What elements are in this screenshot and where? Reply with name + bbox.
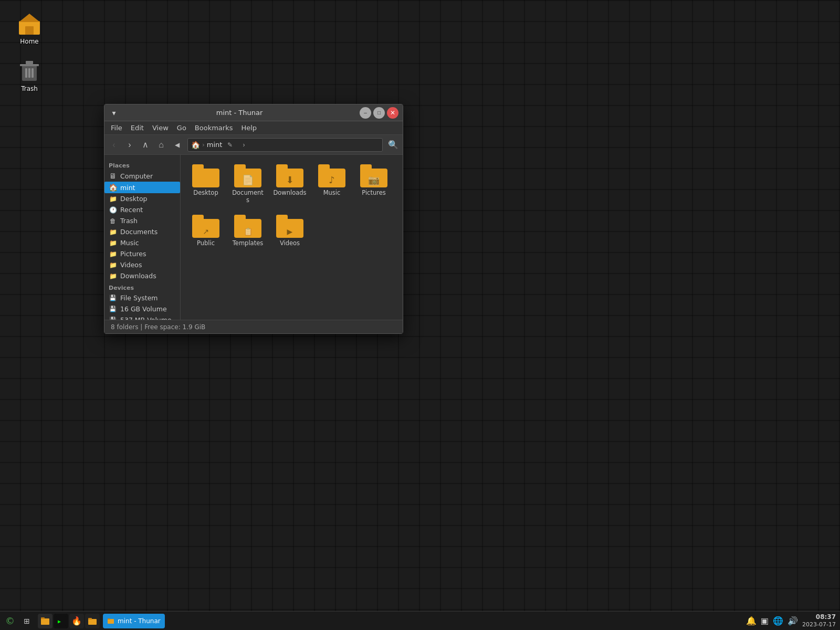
computer-icon: 🖥 — [109, 172, 117, 180]
sidebar-item-recent[interactable]: 🕐 Recent — [104, 204, 180, 215]
folder-templates[interactable]: 📋 Templates — [229, 212, 267, 250]
main-content: Places 🖥 Computer 🏠 mint 📁 Desktop 🕐 Rec… — [104, 155, 403, 320]
sidebar-filesystem-label: File System — [120, 294, 158, 302]
show-desktop-btn[interactable]: ⊞ — [19, 613, 35, 629]
notification-icon[interactable]: 🔔 — [746, 616, 757, 626]
menu-view[interactable]: View — [148, 123, 173, 133]
forward-button[interactable]: › — [122, 138, 137, 152]
folder-public[interactable]: ↗ Public — [187, 212, 225, 250]
home-icon-label: Home — [20, 38, 38, 45]
taskbar-left: © ⊞ ▶ 🔥 — [0, 613, 167, 629]
window-menu-btn[interactable]: ▾ — [109, 108, 119, 118]
recent-icon: 🕐 — [109, 206, 117, 214]
sidebar-item-downloads[interactable]: 📁 Downloads — [104, 270, 180, 281]
downloads-folder-icon-img: ⬇ — [276, 164, 303, 187]
trash-icon-label: Trash — [21, 85, 38, 92]
path-bar: 🏠 › mint ✎ › — [187, 138, 383, 152]
thunar-window: ▾ mint - Thunar – □ ✕ File Edit View Go … — [104, 104, 403, 334]
music-folder-label: Music — [323, 190, 341, 197]
home-button[interactable]: ⌂ — [154, 138, 169, 152]
svg-rect-9 — [41, 618, 49, 625]
sidebar-documents-label: Documents — [120, 228, 158, 236]
path-edit-button[interactable]: ✎ — [224, 139, 236, 151]
sidebar-item-videos[interactable]: 📁 Videos — [104, 259, 180, 270]
places-section-label: Places — [104, 159, 180, 170]
sidebar-item-trash[interactable]: 🗑 Trash — [104, 215, 180, 226]
menu-help[interactable]: Help — [237, 123, 261, 133]
menu-edit[interactable]: Edit — [127, 123, 148, 133]
folder-pictures[interactable]: 📷 Pictures — [355, 161, 393, 207]
svg-rect-4 — [20, 64, 39, 66]
close-button[interactable]: ✕ — [387, 107, 398, 119]
svg-rect-7 — [28, 68, 30, 78]
volume-icon[interactable]: 🔊 — [788, 616, 798, 626]
folder-videos[interactable]: ▶ Videos — [271, 212, 309, 250]
documents-folder-label: Documents — [231, 190, 265, 204]
downloads-folder-label: Downloads — [273, 190, 306, 197]
menu-go[interactable]: Go — [173, 123, 191, 133]
search-button[interactable]: 🔍 — [386, 138, 401, 152]
taskbar-terminal-icon[interactable]: ▶ — [54, 614, 68, 628]
svg-text:▶: ▶ — [58, 618, 61, 624]
sidebar-item-computer[interactable]: 🖥 Computer — [104, 170, 180, 182]
up-button[interactable]: ∧ — [138, 138, 153, 152]
mint-menu-btn[interactable]: © — [2, 613, 18, 629]
sidebar-videos-label: Videos — [120, 261, 142, 269]
taskbar-browser-icon[interactable]: 🔥 — [69, 614, 84, 628]
documents-overlay-icon: 📄 — [242, 174, 254, 185]
sidebar-trash-label: Trash — [120, 217, 138, 225]
sidebar-music-label: Music — [120, 239, 139, 247]
title-bar: ▾ mint - Thunar – □ ✕ — [104, 104, 403, 121]
sidebar-item-mint[interactable]: 🏠 mint — [104, 182, 180, 193]
sidebar-item-filesystem[interactable]: 💾 File System — [104, 292, 180, 303]
svg-rect-2 — [25, 26, 34, 35]
path-home-icon: 🏠 — [191, 141, 200, 149]
documents-folder-icon-img: 📄 — [234, 164, 261, 187]
pictures-folder-label: Pictures — [362, 190, 386, 197]
svg-rect-10 — [41, 617, 45, 619]
taskbar-right: 🔔 ▣ 🌐 🔊 08:37 2023-07-17 — [742, 613, 840, 629]
public-folder-icon-img: ↗ — [192, 215, 219, 238]
sidebar-desktop-label: Desktop — [120, 195, 148, 203]
screen-icon[interactable]: ▣ — [761, 616, 769, 626]
sidebar-item-pictures[interactable]: 📁 Pictures — [104, 248, 180, 259]
sidebar-trash-icon: 🗑 — [109, 217, 117, 225]
maximize-button[interactable]: □ — [373, 107, 385, 119]
sidebar-16gb-label: 16 GB Volume — [120, 305, 167, 313]
taskbar-folder-icon[interactable] — [85, 614, 100, 628]
sidebar-item-music[interactable]: 📁 Music — [104, 237, 180, 248]
toggle-sidebar-button[interactable]: ◀ — [170, 138, 184, 152]
path-forward-button[interactable]: › — [238, 139, 249, 151]
svg-rect-15 — [108, 619, 114, 624]
desktop-folder-icon: 📁 — [109, 195, 117, 203]
folder-desktop[interactable]: Desktop — [187, 161, 225, 207]
network-icon[interactable]: 🌐 — [773, 616, 783, 626]
sidebar-mint-label: mint — [120, 184, 135, 192]
taskbar-files-icon[interactable] — [38, 614, 52, 628]
window-controls: – □ ✕ — [360, 107, 398, 119]
menu-file[interactable]: File — [107, 123, 127, 133]
music-overlay-icon: ♪ — [329, 174, 335, 185]
public-overlay-icon: ↗ — [203, 227, 209, 236]
sidebar-item-desktop[interactable]: 📁 Desktop — [104, 193, 180, 204]
folder-downloads[interactable]: ⬇ Downloads — [271, 161, 309, 207]
back-button[interactable]: ‹ — [107, 138, 121, 152]
svg-rect-16 — [108, 618, 110, 620]
clock[interactable]: 08:37 2023-07-17 — [802, 613, 836, 629]
sidebar-item-16gb[interactable]: 💾 16 GB Volume — [104, 303, 180, 314]
mint-icon: 🏠 — [109, 183, 117, 192]
desktop-icon-home[interactable]: Home — [8, 8, 50, 47]
toolbar: ‹ › ∧ ⌂ ◀ 🏠 › mint ✎ › 🔍 — [104, 135, 403, 155]
menu-bar: File Edit View Go Bookmarks Help — [104, 121, 403, 135]
status-bar: 8 folders | Free space: 1.9 GiB — [104, 320, 403, 333]
folder-music[interactable]: ♪ Music — [313, 161, 351, 207]
desktop-icon-trash[interactable]: Trash — [8, 56, 50, 94]
sidebar-537mb-label: 537 MB Volume — [120, 316, 172, 320]
menu-bookmarks[interactable]: Bookmarks — [191, 123, 237, 133]
desktop-folder-label: Desktop — [193, 190, 218, 197]
taskbar-window-thunar[interactable]: mint - Thunar — [103, 614, 165, 628]
sidebar-item-documents[interactable]: 📁 Documents — [104, 226, 180, 237]
sidebar-item-537mb[interactable]: 💾 537 MB Volume — [104, 314, 180, 320]
minimize-button[interactable]: – — [360, 107, 371, 119]
folder-documents[interactable]: 📄 Documents — [229, 161, 267, 207]
